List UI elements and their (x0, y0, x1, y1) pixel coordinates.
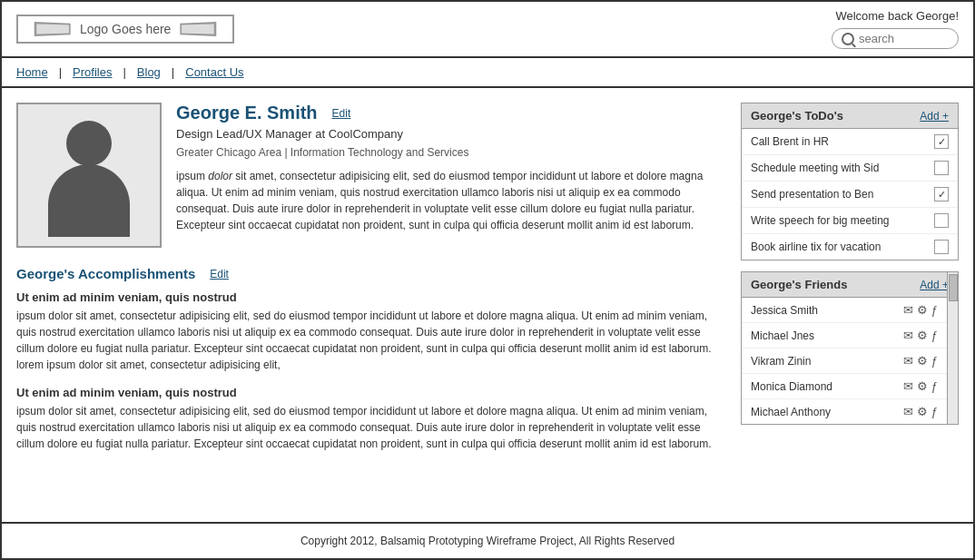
friend-connect-icon-1[interactable]: ⚙ (917, 329, 928, 342)
todo-widget: George's ToDo's Add + Call Brent in HR ✓… (741, 103, 959, 260)
profile-bio: ipsum dolor sit amet, consectetur adipis… (176, 168, 726, 233)
friend-mail-icon-3[interactable]: ✉ (903, 379, 913, 393)
todo-item-2: Send presentation to Ben ✓ (742, 182, 958, 208)
accomplishment-heading-1: Ut enim ad minim veniam, quis nostrud (16, 290, 726, 304)
friend-name-4: Michael Anthony (751, 406, 831, 418)
search-icon (842, 33, 854, 45)
search-box[interactable] (832, 28, 959, 49)
friend-social-icon-1[interactable]: ƒ (931, 329, 938, 342)
friends-scrollbar[interactable] (947, 272, 958, 424)
friend-icons-2: ✉ ⚙ ƒ (903, 354, 938, 368)
friend-icons-0: ✉ ⚙ ƒ (903, 303, 938, 317)
friend-mail-icon-1[interactable]: ✉ (903, 329, 913, 342)
friend-connect-icon-0[interactable]: ⚙ (917, 303, 928, 317)
friend-mail-icon-0[interactable]: ✉ (903, 303, 913, 317)
todo-text-3: Write speech for big meeting (751, 214, 890, 227)
friends-add-button[interactable]: Add + (920, 279, 949, 291)
avatar (16, 103, 162, 248)
todo-text-1: Schedule meeting with Sid (751, 162, 879, 174)
friends-header: George's Friends Add + (742, 272, 958, 298)
accomplishment-text-2: ipsum dolor sit amet, consectetur adipis… (16, 403, 726, 452)
friend-item-1: Michael Jnes ✉ ⚙ ƒ (742, 323, 947, 349)
accomplishments-title: George's Accomplishments (16, 266, 195, 281)
avatar-silhouette (44, 112, 134, 239)
friend-connect-icon-4[interactable]: ⚙ (917, 405, 928, 418)
todo-title: George's ToDo's (751, 109, 843, 123)
profile-edit-link[interactable]: Edit (332, 107, 351, 120)
logo-area: Logo Goes here (16, 15, 234, 44)
page-wrapper: Logo Goes here Welcome back George! Home… (0, 0, 975, 560)
friend-item-2: Vikram Zinin ✉ ⚙ ƒ (742, 349, 947, 374)
search-input[interactable] (859, 32, 949, 45)
nav-contact[interactable]: Contact Us (174, 65, 254, 79)
friend-icons-3: ✉ ⚙ ƒ (903, 379, 938, 393)
scrollbar-thumb[interactable] (949, 274, 958, 301)
accomplishment-item-1: Ut enim ad minim veniam, quis nostrud ip… (16, 290, 726, 373)
friend-item-0: Jessica Smith ✉ ⚙ ƒ (742, 298, 947, 323)
friends-widget: George's Friends Add + Jessica Smith ✉ ⚙… (741, 271, 959, 425)
friend-social-icon-3[interactable]: ƒ (931, 379, 938, 393)
friend-name-0: Jessica Smith (751, 304, 818, 317)
profile-name: George E. Smith (176, 103, 318, 123)
todo-checkbox-3[interactable] (934, 213, 949, 228)
main-content: George E. Smith Edit Design Lead/UX Mana… (2, 88, 973, 522)
avatar-body (48, 164, 130, 237)
friend-connect-icon-3[interactable]: ⚙ (917, 379, 928, 393)
friends-title: George's Friends (751, 278, 847, 291)
todo-checkbox-1[interactable] (934, 161, 949, 175)
profile-title: Design Lead/UX Manager at CoolCompany (176, 127, 726, 141)
todo-checkbox-2[interactable]: ✓ (934, 187, 949, 201)
todo-list: Call Brent in HR ✓ Schedule meeting with… (742, 129, 958, 260)
accomplishments-header: George's Accomplishments Edit (16, 266, 726, 281)
todo-item-1: Schedule meeting with Sid (742, 155, 958, 182)
friend-mail-icon-2[interactable]: ✉ (903, 354, 913, 368)
accomplishment-text-1: ipsum dolor sit amet, consectetur adipis… (16, 308, 726, 373)
friend-social-icon-4[interactable]: ƒ (931, 405, 938, 418)
nav-blog[interactable]: Blog (126, 65, 172, 79)
footer: Copyright 2012, Balsamiq Prototyping Wir… (2, 522, 973, 558)
friend-connect-icon-2[interactable]: ⚙ (917, 354, 928, 368)
friend-icons-1: ✉ ⚙ ƒ (903, 329, 938, 342)
friend-item-3: Monica Diamond ✉ ⚙ ƒ (742, 374, 947, 399)
friend-mail-icon-4[interactable]: ✉ (903, 405, 913, 418)
accomplishment-heading-2: Ut enim ad minim veniam, quis nostrud (16, 386, 726, 399)
todo-checkbox-0[interactable]: ✓ (934, 134, 949, 149)
todo-text-2: Send presentation to Ben (751, 188, 873, 201)
logo-wing-left (34, 22, 71, 36)
accomplishment-item-2: Ut enim ad minim veniam, quis nostrud ip… (16, 386, 726, 452)
friend-name-3: Monica Diamond (751, 380, 832, 393)
profile-info: George E. Smith Edit Design Lead/UX Mana… (176, 103, 726, 248)
nav-home[interactable]: Home (16, 65, 59, 79)
friend-icons-4: ✉ ⚙ ƒ (903, 405, 938, 418)
accomplishments-edit-link[interactable]: Edit (210, 268, 229, 280)
nav-bar: Home | Profiles | Blog | Contact Us (2, 58, 973, 88)
nav-profiles[interactable]: Profiles (62, 65, 123, 79)
todo-item-0: Call Brent in HR ✓ (742, 129, 958, 155)
logo-box: Logo Goes here (16, 15, 234, 44)
logo-wing-right (181, 22, 217, 36)
header-right: Welcome back George! (832, 9, 959, 49)
friend-item-4: Michael Anthony ✉ ⚙ ƒ (742, 399, 947, 424)
welcome-text: Welcome back George! (835, 9, 959, 23)
todo-add-button[interactable]: Add + (920, 110, 949, 123)
profile-location: Greater Chicago Area | Information Techn… (176, 146, 726, 159)
todo-header: George's ToDo's Add + (742, 103, 958, 129)
left-panel: George E. Smith Edit Design Lead/UX Mana… (16, 103, 726, 507)
todo-text-4: Book airline tix for vacation (751, 241, 881, 253)
logo-text: Logo Goes here (80, 22, 171, 36)
avatar-head (66, 121, 112, 166)
right-panel: George's ToDo's Add + Call Brent in HR ✓… (741, 103, 959, 507)
todo-checkbox-4[interactable] (934, 240, 949, 254)
profile-section: George E. Smith Edit Design Lead/UX Mana… (16, 103, 726, 248)
todo-text-0: Call Brent in HR (751, 135, 829, 148)
accomplishments-section: George's Accomplishments Edit Ut enim ad… (16, 266, 726, 452)
friend-social-icon-2[interactable]: ƒ (931, 354, 938, 368)
footer-text: Copyright 2012, Balsamiq Prototyping Wir… (300, 535, 675, 547)
profile-name-row: George E. Smith Edit (176, 103, 726, 123)
friend-social-icon-0[interactable]: ƒ (931, 303, 938, 317)
header: Logo Goes here Welcome back George! (2, 2, 973, 58)
todo-item-4: Book airline tix for vacation (742, 234, 958, 260)
friends-list: Jessica Smith ✉ ⚙ ƒ Michael Jnes ✉ ⚙ ƒ (742, 298, 958, 424)
friend-name-1: Michael Jnes (751, 329, 814, 342)
friend-name-2: Vikram Zinin (751, 355, 811, 368)
